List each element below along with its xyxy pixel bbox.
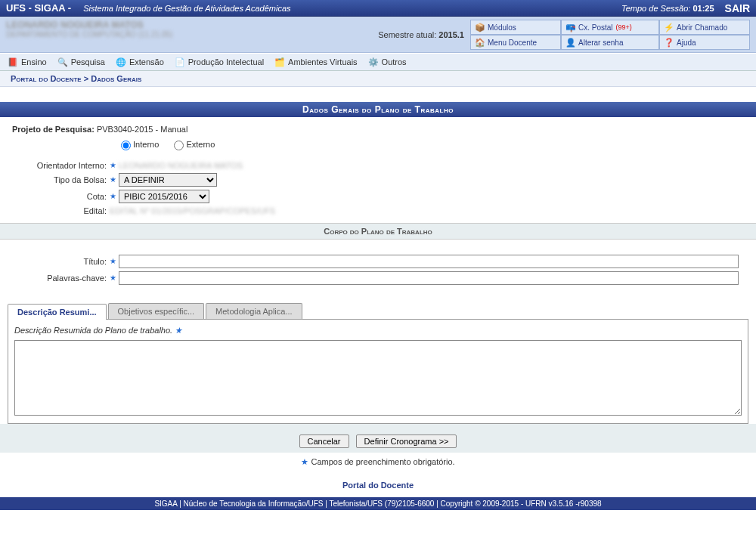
menu-outros[interactable]: ⚙️Outros [368,57,407,67]
user-dept: DEPARTAMENTO DE COMPUTAÇÃO (11.21.05) [6,30,378,39]
doc-icon: 📄 [175,57,185,67]
section-header: Dados Gerais do Plano de Trabalho [0,102,756,117]
help-icon: ❓ [665,38,674,47]
palavras-input[interactable] [119,271,739,285]
main-menu: 📕Ensino 🔍Pesquisa 🌐Extensão 📄Produção In… [0,53,756,71]
required-star-icon: ★ [110,274,116,282]
tab-panel: Descrição Resumida do Plano de trabalho.… [8,319,748,424]
home-icon: 🏠 [476,38,485,47]
titulo-input[interactable] [119,255,739,268]
shortcut-menu-docente[interactable]: 🏠Menu Docente [470,35,561,50]
user-icon: 👤 [566,38,575,47]
shortcut-alterar-senha[interactable]: 👤Alterar senha [561,35,659,50]
menu-producao[interactable]: 📄Produção Intelectual [175,57,264,67]
folder-icon: 🗂️ [274,57,285,67]
required-star-icon: ★ [110,175,116,184]
shortcut-abrir-chamado[interactable]: ⚡Abrir Chamado [659,20,750,35]
radio-interno[interactable]: Interno [121,140,159,150]
portal-docente-link[interactable]: Portal do Docente [342,481,414,490]
orientador-value: LEONARDO NOGUEIRA MATOS [119,161,243,170]
cancelar-button[interactable]: Cancelar [299,434,349,448]
gear-icon: ⚙️ [368,57,379,67]
button-row: Cancelar Definir Cronograma >> [0,424,756,453]
titulo-label: Título: [8,257,110,266]
box-icon: 📦 [476,23,485,32]
mail-icon: 📪 [566,23,575,32]
tipo-bolsa-select[interactable]: A DEFINIR [119,173,217,187]
breadcrumb-current: Dados Gerais [91,74,141,83]
session-time: Tempo de Sessão: 01:25 [621,4,714,13]
required-note: ★ Campos de preenchimento obrigatório. [0,453,756,476]
menu-extensao[interactable]: 🌐Extensão [116,57,164,67]
orientador-label: Orientador Interno: [8,161,110,170]
footer: SIGAA | Núcleo de Tecnologia da Informaç… [0,497,756,510]
required-star-icon: ★ [110,192,116,200]
cota-label: Cota: [8,192,110,201]
bolt-icon: ⚡ [665,23,674,32]
tabs: Descrição Resumi... Objetivos específic.… [8,303,748,319]
tipo-bolsa-label: Tipo da Bolsa: [8,175,110,184]
user-name: LEONARDO NOGUEIRA MATOS [6,20,378,30]
shortcut-cx-postal[interactable]: 📪Cx. Postal (99+) [561,20,659,35]
projeto-line: Projeto de Pesquisa: PVB3040-2015 - Manu… [8,122,748,137]
tab-metodologia[interactable]: Metodologia Aplica... [206,303,302,319]
tab-descricao[interactable]: Descrição Resumi... [8,304,107,320]
semestre: Semestre atual: 2015.1 [378,30,464,39]
app-subtitle: Sistema Integrado de Gestão de Atividade… [83,4,290,13]
tab-objetivos[interactable]: Objetivos específic... [108,303,205,319]
book-icon: 📕 [8,57,18,67]
descricao-textarea[interactable] [14,340,742,416]
definir-cronograma-button[interactable]: Definir Cronograma >> [356,434,457,448]
menu-ensino[interactable]: 📕Ensino [8,57,47,67]
tab-desc-label: Descrição Resumida do Plano de trabalho. [14,326,172,335]
edital-value: EDITAL Nº 01/2015/POSGRAP/COPES/UFS [110,206,275,215]
radio-externo[interactable]: Externo [174,140,215,150]
menu-ambientes[interactable]: 🗂️Ambientes Virtuais [274,57,358,67]
topbar: UFS - SIGAA - Sistema Integrado de Gestã… [0,0,756,17]
required-star-icon: ★ [110,257,116,265]
user-strip: LEONARDO NOGUEIRA MATOS DEPARTAMENTO DE … [0,17,756,53]
logout-link[interactable]: SAIR [725,2,750,14]
cota-select[interactable]: PIBIC 2015/2016 [119,190,209,203]
sub-header: Corpo do Plano de Trabalho [0,223,756,240]
palavras-label: Palavras-chave: [8,274,110,283]
app-title: UFS - SIGAA - [6,2,71,14]
required-star-icon: ★ [301,457,308,466]
breadcrumb-root[interactable]: Portal do Docente [11,74,82,83]
search-icon: 🔍 [57,57,68,67]
required-star-icon: ★ [110,161,116,169]
shortcut-modulos[interactable]: 📦Módulos [470,20,561,35]
menu-pesquisa[interactable]: 🔍Pesquisa [57,57,105,67]
required-star-icon: ★ [175,326,182,335]
shortcut-ajuda[interactable]: ❓Ajuda [659,35,750,50]
breadcrumb: Portal do Docente > Dados Gerais [0,71,756,87]
mail-badge: (99+) [616,23,632,31]
globe-icon: 🌐 [116,57,126,67]
edital-label: Edital: [8,206,110,215]
